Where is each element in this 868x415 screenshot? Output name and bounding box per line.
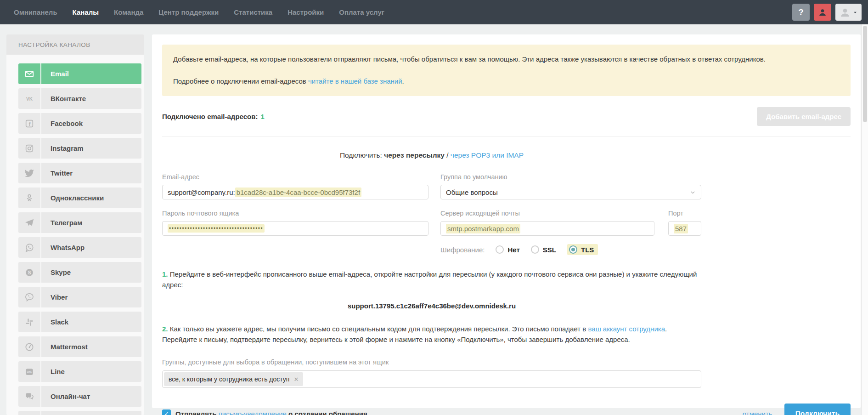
groups-field-label: Группы, доступные для выбора в обращении…	[162, 358, 701, 366]
sidebar-item-twitter[interactable]: Twitter	[18, 163, 141, 183]
cancel-link[interactable]: отменить	[743, 410, 772, 415]
nav-item-settings[interactable]: Настройки	[287, 8, 324, 16]
sidebar-item-facebook[interactable]: f Facebook	[18, 113, 141, 134]
skype-icon: S	[18, 262, 40, 283]
encryption-radio-none[interactable]: Нет	[496, 245, 519, 254]
group-tag-chip: все, к которым у сотрудника есть доступ …	[164, 372, 303, 386]
nav-item-omnipanel[interactable]: Омнипанель	[14, 8, 57, 16]
svg-text:LINE: LINE	[27, 371, 32, 373]
sidebar-item-telephony[interactable]: Телефония	[18, 411, 141, 415]
person-icon	[817, 7, 828, 17]
notify-checkbox[interactable]: ✓	[162, 409, 171, 415]
password-dots: ••••••••••••••••••••••••••••••••••••	[168, 224, 265, 233]
sidebar-item-line[interactable]: LINE Line	[18, 361, 141, 382]
chevron-down-icon	[852, 10, 858, 15]
forwarding-address: support.13795.c1c26aff7e4c36be@dev.omnid…	[162, 302, 701, 310]
nav-item-support-center[interactable]: Центр поддержки	[158, 8, 219, 16]
viber-icon	[18, 287, 40, 307]
nav-item-team[interactable]: Команда	[114, 8, 143, 16]
sidebar-item-telegram[interactable]: Телеграм	[18, 212, 141, 233]
staff-account-link[interactable]: ваш аккаунт сотрудника	[588, 325, 665, 333]
channel-list: Email VK ВКонтакте f Facebook Instagram …	[6, 55, 144, 415]
line-icon: LINE	[18, 361, 40, 382]
add-email-button[interactable]: Добавить email-адрес	[757, 107, 851, 126]
scrollbar-thumb[interactable]	[863, 26, 867, 122]
connect-mode-pop3-imap-link[interactable]: через POP3 или IMAP	[451, 151, 524, 159]
facebook-icon: f	[18, 113, 40, 134]
question-mark-icon: ?	[798, 7, 804, 17]
radio-checked-icon	[569, 245, 577, 254]
radio-icon	[531, 245, 539, 254]
smtp-field-label: Сервер исходящей почты	[440, 210, 654, 217]
group-field-label: Группа по умолчанию	[440, 173, 701, 181]
avatar-icon	[839, 6, 851, 18]
twitter-icon	[18, 163, 40, 183]
email-field-label: Email-адрес	[162, 173, 428, 181]
nav-item-billing[interactable]: Оплата услуг	[339, 8, 384, 16]
sidebar-item-vkontakte[interactable]: VK ВКонтакте	[18, 88, 141, 109]
info-box: Добавьте email-адреса, на которые пользо…	[162, 45, 851, 96]
nav-item-statistics[interactable]: Статистика	[234, 8, 272, 16]
connected-count-label: Подключено email-адресов:	[162, 113, 258, 120]
account-alert-button[interactable]	[814, 4, 831, 21]
checkmark-icon: ✓	[164, 410, 169, 415]
mattermost-icon	[18, 336, 40, 357]
help-button[interactable]: ?	[792, 4, 810, 21]
info-text-1: Добавьте email-адреса, на которые пользо…	[173, 54, 840, 65]
chat-icon	[18, 386, 40, 407]
sidebar-item-online-chat[interactable]: Онлайн-чат	[18, 386, 141, 407]
default-group-select[interactable]: Общие вопросы	[440, 185, 701, 199]
scrollbar[interactable]	[861, 24, 868, 415]
encryption-radio-tls[interactable]: TLS	[567, 244, 598, 255]
remove-tag-icon[interactable]: ✕	[293, 376, 299, 383]
email-connect-form: Подключить: через пересылку / через POP3…	[162, 151, 701, 388]
connect-mode-forwarding: через пересылку	[384, 151, 445, 159]
whatsapp-icon	[18, 237, 40, 258]
chevron-down-icon	[690, 189, 696, 195]
sidebar-item-skype[interactable]: S Skype	[18, 262, 141, 283]
nav-item-channels[interactable]: Каналы	[73, 8, 99, 16]
sidebar-item-viber[interactable]: Viber	[18, 287, 141, 307]
smtp-server-field[interactable]: smtp.postmarkapp.com	[440, 221, 654, 236]
groups-tag-input[interactable]: все, к которым у сотрудника есть доступ …	[162, 370, 701, 388]
step-1: 1. Перейдите в веб-интерфейс прописанног…	[162, 269, 701, 290]
top-nav: Омнипанель Каналы Команда Центр поддержк…	[0, 0, 868, 24]
sidebar-title: НАСТРОЙКА КАНАЛОВ	[6, 34, 144, 55]
connect-button[interactable]: Подключить	[784, 404, 851, 415]
telegram-icon	[18, 212, 40, 233]
email-icon	[18, 63, 40, 84]
sidebar-item-slack[interactable]: Slack	[18, 312, 141, 332]
mailbox-password-field[interactable]: ••••••••••••••••••••••••••••••••••••	[162, 221, 428, 236]
port-field-label: Порт	[668, 210, 701, 217]
svg-text:VK: VK	[26, 97, 33, 102]
notification-letter-link[interactable]: письмо-уведомление	[219, 410, 287, 415]
sidebar-item-whatsapp[interactable]: WhatsApp	[18, 237, 141, 258]
section-divider	[162, 136, 851, 136]
email-uuid-highlight: b1cad28c-a1be-4caa-bcce-0bcd95f73f2f	[235, 188, 361, 197]
sidebar-item-email[interactable]: Email	[18, 63, 141, 84]
encryption-radio-ssl[interactable]: SSL	[531, 245, 556, 254]
profile-menu-button[interactable]	[835, 4, 862, 21]
odnoklassniki-icon	[18, 188, 40, 208]
notify-label: Отправлять письмо-уведомление о создании…	[175, 410, 367, 415]
sidebar-item-mattermost[interactable]: Mattermost	[18, 336, 141, 357]
channels-sidebar: НАСТРОЙКА КАНАЛОВ Email VK ВКонтакте f F…	[6, 34, 144, 415]
vk-icon: VK	[18, 88, 40, 109]
info-text-2: Подробнее о подключении email-адресов чи…	[173, 76, 840, 87]
knowledge-base-link[interactable]: читайте в нашей базе знаний	[308, 77, 402, 85]
connected-count-value: 1	[260, 113, 264, 120]
instagram-icon	[18, 138, 40, 159]
connect-mode-switch: Подключить: через пересылку / через POP3…	[162, 151, 701, 159]
step-2: 2. Как только вы укажете адрес, мы получ…	[162, 324, 701, 345]
slack-icon	[18, 312, 40, 332]
encryption-label: Шифрование:	[440, 246, 485, 254]
port-field[interactable]: 587	[668, 221, 701, 236]
email-field[interactable]: support@company.ru:b1cad28c-a1be-4caa-bc…	[162, 185, 428, 199]
sidebar-item-instagram[interactable]: Instagram	[18, 138, 141, 159]
nav-right-controls: ?	[792, 4, 862, 21]
svg-text:S: S	[28, 270, 31, 275]
sidebar-item-odnoklassniki[interactable]: Одноклассники	[18, 188, 141, 208]
encryption-group: Шифрование: Нет SSL TLS	[440, 244, 701, 255]
email-channel-panel: Добавьте email-адреса, на которые пользо…	[152, 34, 861, 408]
radio-icon	[496, 245, 504, 254]
